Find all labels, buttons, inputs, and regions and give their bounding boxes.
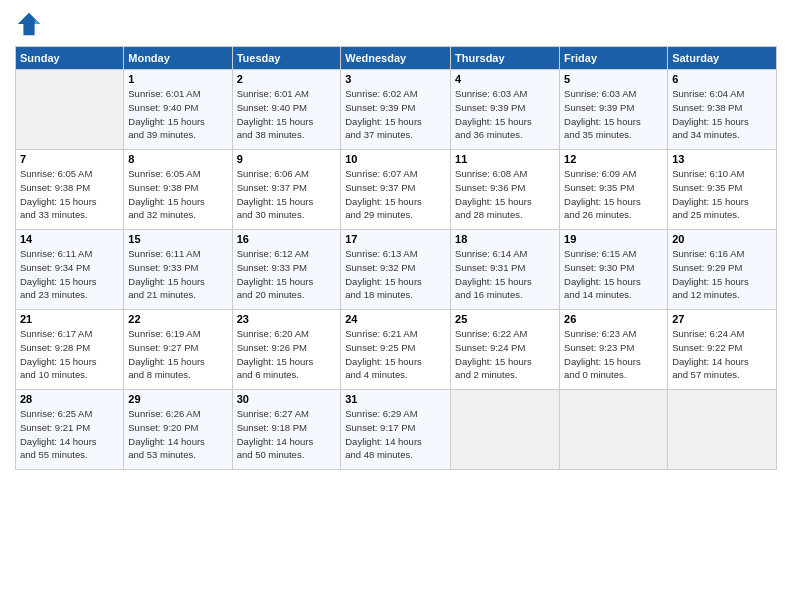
- day-header-tuesday: Tuesday: [232, 47, 341, 70]
- day-info: Sunrise: 6:23 AMSunset: 9:23 PMDaylight:…: [564, 327, 663, 382]
- calendar-cell: 3Sunrise: 6:02 AMSunset: 9:39 PMDaylight…: [341, 70, 451, 150]
- day-number: 26: [564, 313, 663, 325]
- day-number: 12: [564, 153, 663, 165]
- day-info: Sunrise: 6:29 AMSunset: 9:17 PMDaylight:…: [345, 407, 446, 462]
- calendar-cell: [560, 390, 668, 470]
- calendar-cell: [16, 70, 124, 150]
- day-number: 9: [237, 153, 337, 165]
- logo: [15, 10, 47, 38]
- day-number: 25: [455, 313, 555, 325]
- calendar-cell: 31Sunrise: 6:29 AMSunset: 9:17 PMDayligh…: [341, 390, 451, 470]
- day-number: 16: [237, 233, 337, 245]
- calendar-cell: 2Sunrise: 6:01 AMSunset: 9:40 PMDaylight…: [232, 70, 341, 150]
- day-header-saturday: Saturday: [668, 47, 777, 70]
- calendar-cell: 17Sunrise: 6:13 AMSunset: 9:32 PMDayligh…: [341, 230, 451, 310]
- day-number: 31: [345, 393, 446, 405]
- day-header-sunday: Sunday: [16, 47, 124, 70]
- day-info: Sunrise: 6:26 AMSunset: 9:20 PMDaylight:…: [128, 407, 227, 462]
- calendar-cell: 29Sunrise: 6:26 AMSunset: 9:20 PMDayligh…: [124, 390, 232, 470]
- day-info: Sunrise: 6:27 AMSunset: 9:18 PMDaylight:…: [237, 407, 337, 462]
- day-info: Sunrise: 6:05 AMSunset: 9:38 PMDaylight:…: [20, 167, 119, 222]
- day-info: Sunrise: 6:12 AMSunset: 9:33 PMDaylight:…: [237, 247, 337, 302]
- day-info: Sunrise: 6:15 AMSunset: 9:30 PMDaylight:…: [564, 247, 663, 302]
- calendar-cell: 8Sunrise: 6:05 AMSunset: 9:38 PMDaylight…: [124, 150, 232, 230]
- day-number: 14: [20, 233, 119, 245]
- week-row-0: 1Sunrise: 6:01 AMSunset: 9:40 PMDaylight…: [16, 70, 777, 150]
- calendar-cell: 27Sunrise: 6:24 AMSunset: 9:22 PMDayligh…: [668, 310, 777, 390]
- day-header-friday: Friday: [560, 47, 668, 70]
- calendar-cell: 19Sunrise: 6:15 AMSunset: 9:30 PMDayligh…: [560, 230, 668, 310]
- header: [15, 10, 777, 38]
- day-number: 24: [345, 313, 446, 325]
- calendar-cell: 16Sunrise: 6:12 AMSunset: 9:33 PMDayligh…: [232, 230, 341, 310]
- day-info: Sunrise: 6:01 AMSunset: 9:40 PMDaylight:…: [237, 87, 337, 142]
- day-info: Sunrise: 6:03 AMSunset: 9:39 PMDaylight:…: [564, 87, 663, 142]
- day-number: 5: [564, 73, 663, 85]
- day-header-wednesday: Wednesday: [341, 47, 451, 70]
- calendar-table: SundayMondayTuesdayWednesdayThursdayFrid…: [15, 46, 777, 470]
- day-number: 29: [128, 393, 227, 405]
- calendar-cell: 9Sunrise: 6:06 AMSunset: 9:37 PMDaylight…: [232, 150, 341, 230]
- day-number: 18: [455, 233, 555, 245]
- calendar-cell: 15Sunrise: 6:11 AMSunset: 9:33 PMDayligh…: [124, 230, 232, 310]
- calendar-cell: 14Sunrise: 6:11 AMSunset: 9:34 PMDayligh…: [16, 230, 124, 310]
- calendar-cell: 4Sunrise: 6:03 AMSunset: 9:39 PMDaylight…: [451, 70, 560, 150]
- day-number: 21: [20, 313, 119, 325]
- header-row: SundayMondayTuesdayWednesdayThursdayFrid…: [16, 47, 777, 70]
- calendar-cell: [668, 390, 777, 470]
- day-info: Sunrise: 6:20 AMSunset: 9:26 PMDaylight:…: [237, 327, 337, 382]
- day-number: 20: [672, 233, 772, 245]
- day-number: 6: [672, 73, 772, 85]
- week-row-2: 14Sunrise: 6:11 AMSunset: 9:34 PMDayligh…: [16, 230, 777, 310]
- day-info: Sunrise: 6:02 AMSunset: 9:39 PMDaylight:…: [345, 87, 446, 142]
- day-number: 3: [345, 73, 446, 85]
- day-info: Sunrise: 6:11 AMSunset: 9:33 PMDaylight:…: [128, 247, 227, 302]
- day-info: Sunrise: 6:22 AMSunset: 9:24 PMDaylight:…: [455, 327, 555, 382]
- day-number: 30: [237, 393, 337, 405]
- day-info: Sunrise: 6:10 AMSunset: 9:35 PMDaylight:…: [672, 167, 772, 222]
- week-row-4: 28Sunrise: 6:25 AMSunset: 9:21 PMDayligh…: [16, 390, 777, 470]
- calendar-cell: 25Sunrise: 6:22 AMSunset: 9:24 PMDayligh…: [451, 310, 560, 390]
- calendar-cell: 23Sunrise: 6:20 AMSunset: 9:26 PMDayligh…: [232, 310, 341, 390]
- calendar-cell: 11Sunrise: 6:08 AMSunset: 9:36 PMDayligh…: [451, 150, 560, 230]
- day-info: Sunrise: 6:24 AMSunset: 9:22 PMDaylight:…: [672, 327, 772, 382]
- day-number: 2: [237, 73, 337, 85]
- day-info: Sunrise: 6:09 AMSunset: 9:35 PMDaylight:…: [564, 167, 663, 222]
- calendar-cell: 10Sunrise: 6:07 AMSunset: 9:37 PMDayligh…: [341, 150, 451, 230]
- calendar-cell: 20Sunrise: 6:16 AMSunset: 9:29 PMDayligh…: [668, 230, 777, 310]
- day-number: 1: [128, 73, 227, 85]
- day-number: 7: [20, 153, 119, 165]
- calendar-cell: 12Sunrise: 6:09 AMSunset: 9:35 PMDayligh…: [560, 150, 668, 230]
- day-number: 28: [20, 393, 119, 405]
- calendar-cell: 5Sunrise: 6:03 AMSunset: 9:39 PMDaylight…: [560, 70, 668, 150]
- day-number: 19: [564, 233, 663, 245]
- day-info: Sunrise: 6:17 AMSunset: 9:28 PMDaylight:…: [20, 327, 119, 382]
- week-row-3: 21Sunrise: 6:17 AMSunset: 9:28 PMDayligh…: [16, 310, 777, 390]
- day-info: Sunrise: 6:04 AMSunset: 9:38 PMDaylight:…: [672, 87, 772, 142]
- logo-icon: [15, 10, 43, 38]
- calendar-cell: 30Sunrise: 6:27 AMSunset: 9:18 PMDayligh…: [232, 390, 341, 470]
- day-number: 17: [345, 233, 446, 245]
- day-number: 23: [237, 313, 337, 325]
- calendar-cell: 6Sunrise: 6:04 AMSunset: 9:38 PMDaylight…: [668, 70, 777, 150]
- page: SundayMondayTuesdayWednesdayThursdayFrid…: [0, 0, 792, 480]
- day-number: 27: [672, 313, 772, 325]
- day-info: Sunrise: 6:19 AMSunset: 9:27 PMDaylight:…: [128, 327, 227, 382]
- day-info: Sunrise: 6:07 AMSunset: 9:37 PMDaylight:…: [345, 167, 446, 222]
- day-info: Sunrise: 6:21 AMSunset: 9:25 PMDaylight:…: [345, 327, 446, 382]
- calendar-cell: 1Sunrise: 6:01 AMSunset: 9:40 PMDaylight…: [124, 70, 232, 150]
- calendar-cell: 13Sunrise: 6:10 AMSunset: 9:35 PMDayligh…: [668, 150, 777, 230]
- calendar-cell: 18Sunrise: 6:14 AMSunset: 9:31 PMDayligh…: [451, 230, 560, 310]
- day-info: Sunrise: 6:25 AMSunset: 9:21 PMDaylight:…: [20, 407, 119, 462]
- calendar-cell: 28Sunrise: 6:25 AMSunset: 9:21 PMDayligh…: [16, 390, 124, 470]
- day-info: Sunrise: 6:06 AMSunset: 9:37 PMDaylight:…: [237, 167, 337, 222]
- day-info: Sunrise: 6:16 AMSunset: 9:29 PMDaylight:…: [672, 247, 772, 302]
- day-header-thursday: Thursday: [451, 47, 560, 70]
- day-number: 11: [455, 153, 555, 165]
- week-row-1: 7Sunrise: 6:05 AMSunset: 9:38 PMDaylight…: [16, 150, 777, 230]
- day-info: Sunrise: 6:13 AMSunset: 9:32 PMDaylight:…: [345, 247, 446, 302]
- day-number: 15: [128, 233, 227, 245]
- day-header-monday: Monday: [124, 47, 232, 70]
- calendar-cell: 21Sunrise: 6:17 AMSunset: 9:28 PMDayligh…: [16, 310, 124, 390]
- day-info: Sunrise: 6:03 AMSunset: 9:39 PMDaylight:…: [455, 87, 555, 142]
